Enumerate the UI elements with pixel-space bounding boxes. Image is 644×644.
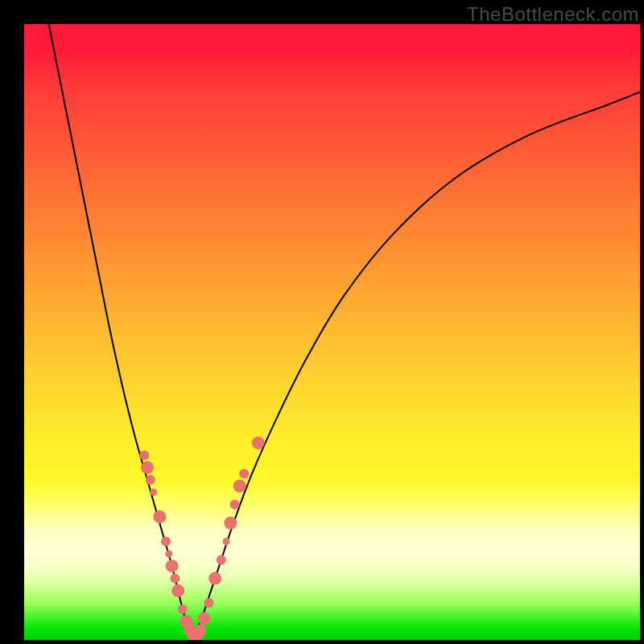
chart-frame: TheBottleneck.com [0,0,644,644]
plot-area [24,24,640,640]
watermark-text: TheBottleneck.com [467,3,639,26]
